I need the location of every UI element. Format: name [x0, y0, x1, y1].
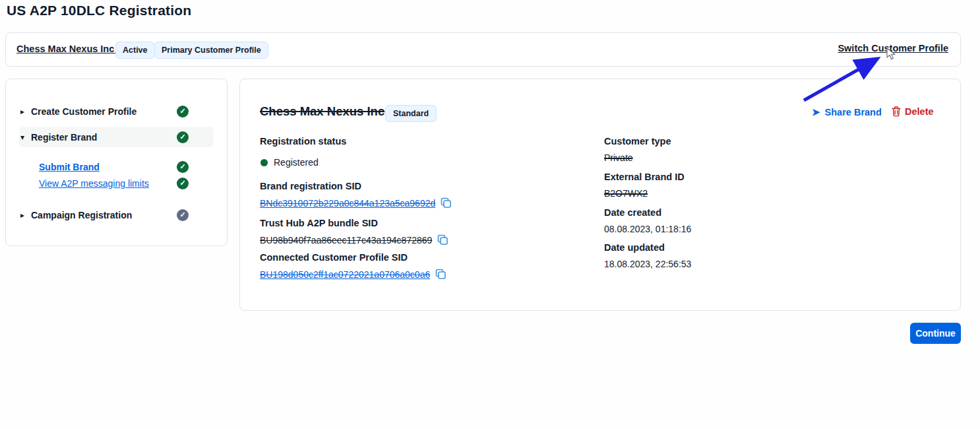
status-text: Registered	[274, 157, 319, 168]
profile-type-badge: Primary Customer Profile	[154, 42, 268, 59]
copy-icon[interactable]	[441, 197, 452, 209]
switch-customer-profile-link[interactable]: Switch Customer Profile	[838, 43, 948, 53]
trust-hub-bundle-sid-value: BU98b940f7aa86eec117c43a194c872869	[260, 235, 432, 246]
sidebar-item-create-customer-profile[interactable]: ▸ Create Customer Profile ✓	[20, 101, 214, 121]
step-complete-icon: ✓	[177, 106, 189, 117]
sidebar-item-campaign-registration[interactable]: ▸ Campaign Registration ✓	[20, 205, 214, 225]
submit-brand-link[interactable]: Submit Brand	[39, 162, 100, 172]
a2p-registration-page: US A2P 10DLC Registration Chess Max Nexu…	[0, 0, 980, 429]
trash-icon	[892, 106, 901, 117]
sidebar-item-view-a2p-messaging-limits[interactable]: View A2P messaging limits ✓	[20, 173, 195, 193]
delete-label: Delete	[905, 106, 934, 117]
date-created-value: 08.08.2023, 01:18:16	[604, 224, 691, 234]
trust-hub-bundle-sid-label: Trust Hub A2P bundle SID	[260, 218, 378, 228]
connected-profile-sid-label: Connected Customer Profile SID	[260, 252, 408, 263]
date-updated-value: 18.08.2023, 22:56:53	[604, 259, 691, 269]
step-in-progress-icon: ✓	[177, 209, 189, 221]
chevron-right-icon: ▸	[20, 211, 31, 220]
brand-registration-sid-row: BNdc3910072b229a0c844a123a5ca9692d	[260, 197, 452, 209]
copy-icon[interactable]	[435, 269, 446, 280]
brand-details-card: Chess Max Nexus Inc Standard ➤ Share Bra…	[239, 79, 961, 311]
registered-status-dot-icon	[260, 159, 268, 166]
step-complete-icon: ✓	[177, 178, 189, 189]
share-icon: ➤	[812, 106, 820, 118]
step-label: Create Customer Profile	[31, 106, 137, 117]
brand-tier-badge: Standard	[385, 105, 437, 122]
step-complete-icon: ✓	[177, 161, 189, 173]
sidebar-item-register-brand[interactable]: ▾ Register Brand ✓	[19, 127, 214, 147]
trust-hub-bundle-sid-row: BU98b940f7aa86eec117c43a194c872869	[260, 234, 448, 246]
status-badge: Active	[115, 42, 155, 59]
continue-button[interactable]: Continue	[910, 323, 961, 344]
external-brand-id-value: B2O7WX2	[604, 188, 648, 199]
brand-registration-sid-link[interactable]: BNdc3910072b229a0c844a123a5ca9692d	[260, 198, 435, 209]
external-brand-id-label: External Brand ID	[604, 172, 685, 182]
date-created-label: Date created	[604, 207, 661, 218]
registration-status-label: Registration status	[260, 136, 346, 147]
customer-type-value: Private	[604, 152, 633, 163]
step-complete-icon: ✓	[177, 131, 189, 143]
chevron-right-icon: ▸	[20, 107, 31, 116]
view-limits-link[interactable]: View A2P messaging limits	[39, 178, 149, 189]
step-label: Campaign Registration	[31, 210, 132, 220]
delete-brand-button[interactable]: Delete	[892, 106, 934, 117]
brand-registration-sid-label: Brand registration SID	[260, 181, 361, 191]
chevron-down-icon: ▾	[20, 133, 31, 142]
customer-profile-name: Chess Max Nexus Inc	[16, 44, 114, 54]
share-brand-button[interactable]: ➤ Share Brand	[812, 106, 882, 118]
connected-profile-sid-row: BU198d050c2ff1ac0722021a0706a0c0a6	[260, 269, 446, 280]
customer-profile-link[interactable]: Chess Max Nexus Inc	[16, 44, 129, 55]
registration-status-value: Registered	[260, 157, 319, 168]
connected-profile-sid-link[interactable]: BU198d050c2ff1ac0722021a0706a0c0a6	[260, 269, 430, 280]
date-updated-label: Date updated	[604, 242, 665, 253]
customer-profile-bar: Chess Max Nexus Inc Active Primary Custo…	[5, 32, 961, 67]
share-brand-label: Share Brand	[825, 107, 882, 117]
customer-type-label: Customer type	[604, 136, 671, 147]
page-title: US A2P 10DLC Registration	[7, 3, 191, 18]
copy-icon[interactable]	[437, 234, 448, 246]
brand-name-heading: Chess Max Nexus Inc	[260, 104, 384, 119]
step-label: Register Brand	[31, 132, 97, 143]
registration-steps-sidebar: ▸ Create Customer Profile ✓ ▾ Register B…	[5, 79, 228, 246]
